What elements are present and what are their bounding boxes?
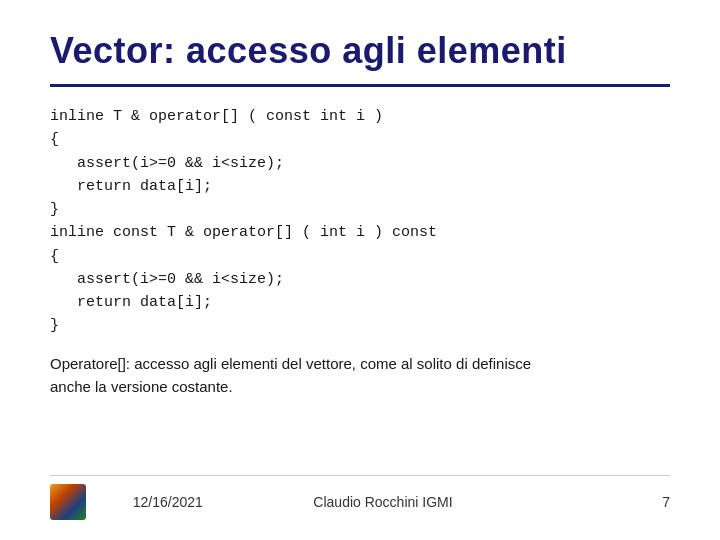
slide-title: Vector: accesso agli elementi: [50, 30, 670, 72]
footer-author: Claudio Rocchini IGMI: [240, 494, 527, 510]
footer: 12/16/2021 Claudio Rocchini IGMI 7: [50, 475, 670, 520]
description: Operatore[]: accesso agli elementi del v…: [50, 352, 670, 399]
title-divider: [50, 84, 670, 87]
footer-logo-icon: [50, 484, 86, 520]
footer-page-number: 7: [527, 494, 671, 510]
code-block: inline T & operator[] ( const int i ) { …: [50, 105, 670, 338]
description-line1: Operatore[]: accesso agli elementi del v…: [50, 355, 531, 372]
description-line2: anche la versione costante.: [50, 378, 233, 395]
footer-date: 12/16/2021: [96, 494, 240, 510]
slide: Vector: accesso agli elementi inline T &…: [0, 0, 720, 540]
